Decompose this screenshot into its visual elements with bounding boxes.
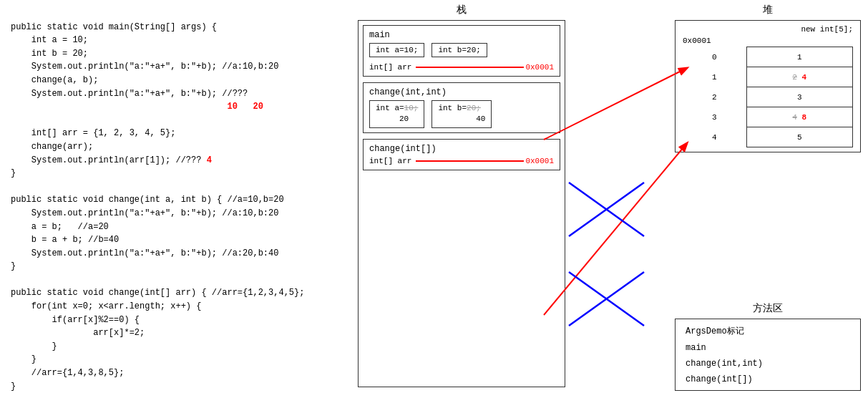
main-frame: main int a=10; int b=20; int[] arr 0x000… (363, 25, 560, 77)
change-var-b: int b=20; 40 (431, 100, 492, 128)
main-var-b: int b=20; (431, 43, 487, 57)
method-item-change-arr: change(int[]) (686, 374, 850, 384)
change-int-int-label: change(int,int) (369, 87, 554, 97)
change-int-int-frame: change(int,int) int a=10; 20 int b=20; 4… (363, 82, 560, 133)
code-panel: public static void main(String[] args) {… (0, 0, 343, 398)
main-frame-vars: int a=10; int b=20; (369, 43, 554, 57)
method-title: 方法区 (675, 302, 861, 315)
heap-row-0: 0 1 (683, 47, 853, 67)
heap-row-4: 4 5 (683, 127, 853, 147)
heap-val-0: 1 (746, 47, 852, 67)
code-line-6: System.out.println("a:"+a+", b:"+b); //?… (11, 89, 248, 99)
svg-line-0 (544, 68, 687, 140)
heap-row-3: 3 4 8 (683, 107, 853, 127)
heap-row-2: 2 3 (683, 87, 853, 107)
code-line-24: } (11, 341, 57, 351)
code-line-7 (11, 115, 16, 125)
code-line-16: b = a + b; //b=40 (11, 235, 119, 245)
svg-line-1 (544, 143, 687, 315)
heap-idx-0: 0 (683, 47, 746, 67)
change-arr-arrow: 0x0001 (416, 157, 554, 165)
main-arr-label: int[] arr (369, 63, 411, 72)
code-line-21: for(int x=0; x<arr.length; x++) { (11, 301, 201, 311)
heap-table: 0 1 1 2 4 2 3 3 4 8 4 5 (683, 47, 853, 147)
heap-val-3: 4 8 (746, 107, 852, 127)
heap-box: new int[5]; 0x0001 0 1 1 2 4 2 3 3 (675, 20, 861, 152)
code-line-12 (11, 182, 16, 192)
stack-title: 栈 (358, 4, 565, 16)
change-arr-label: int[] arr (369, 157, 411, 165)
heap-val-4: 5 (746, 127, 852, 147)
main-frame-label: main (369, 30, 554, 40)
svg-line-5 (569, 272, 644, 326)
heap-container: new int[5]; 0x0001 0 1 1 2 4 2 3 3 (675, 20, 861, 152)
heap-title: 堆 (675, 4, 861, 16)
change-int-int-vars: int a=10; 20 int b=20; 40 (369, 100, 554, 128)
method-item-class: ArgsDemo标记 (686, 325, 850, 337)
change-var-a: int a=10; 20 (369, 100, 424, 128)
heap-idx-3: 3 (683, 107, 746, 127)
method-item-change-int: change(int,int) (686, 359, 850, 369)
main-arr-arrow: 0x0001 (416, 63, 554, 72)
main-var-a: int a=10; (369, 43, 424, 57)
heap-idx-2: 2 (683, 87, 746, 107)
change-arr-row: int[] arr 0x0001 (369, 157, 554, 165)
method-item-main: main (686, 343, 850, 353)
code-line-23: arr[x]*=2; (11, 328, 145, 338)
code-line-11: } (11, 168, 16, 178)
heap-val-2: 3 (746, 87, 852, 107)
heap-row-1: 1 2 4 (683, 67, 853, 87)
code-line-22: if(arr[x]%2==0) { (11, 315, 140, 325)
change-int-arr-frame: change(int[]) int[] arr 0x0001 (363, 139, 560, 170)
code-line-25: } (11, 354, 36, 364)
main-arr-ptr: 0x0001 (525, 63, 554, 72)
heap-idx-1: 1 (683, 67, 746, 87)
svg-line-2 (569, 183, 644, 236)
main-arr-line (416, 67, 524, 68)
heap-addr-label: 0x0001 (683, 37, 853, 45)
code-line-19 (11, 275, 16, 285)
result-4: 4 (207, 155, 212, 165)
change-arr-line (416, 160, 524, 162)
method-area: 方法区 ArgsDemo标记 main change(int,int) chan… (675, 302, 861, 391)
svg-line-3 (569, 183, 644, 236)
svg-line-4 (569, 272, 644, 326)
code-line-8: int[] arr = {1, 2, 3, 4, 5}; (11, 128, 175, 138)
method-box: ArgsDemo标记 main change(int,int) change(i… (675, 319, 861, 391)
change-arr-ptr: 0x0001 (525, 157, 554, 165)
code-line-17: System.out.println("a:"+a+", b:"+b); //a… (11, 248, 278, 258)
diagram-area: 栈 main int a=10; int b=20; int[] arr 0x0… (343, 0, 868, 398)
heap-idx-4: 4 (683, 127, 746, 147)
code-line-26: //arr={1,4,3,8,5}; (11, 368, 124, 378)
code-line-20: public static void change(int[] arr) { /… (11, 288, 304, 298)
heap-code-label: new int[5]; (683, 25, 853, 34)
code-line-27: } (11, 382, 16, 392)
code-line-14: System.out.println("a:"+a+", b:"+b); //a… (11, 208, 278, 218)
code-line-10: System.out.println(arr[1]); //??? 4 (11, 155, 212, 165)
code-line-5: change(a, b); (11, 75, 98, 85)
change-int-arr-label: change(int[]) (369, 144, 554, 154)
code-line-6b: 10 20 (11, 102, 263, 112)
code-line-15: a = b; //a=20 (11, 222, 109, 232)
code-line-1: public static void main(String[] args) { (11, 22, 217, 32)
code-line-3: int b = 20; (11, 49, 88, 59)
code-line-2: int a = 10; (11, 35, 88, 45)
code-line-4: System.out.println("a:"+a+", b:"+b); //a… (11, 62, 278, 72)
code-line-18: } (11, 261, 16, 271)
main-arr-row: int[] arr 0x0001 (369, 63, 554, 72)
code-line-9: change(arr); (11, 142, 93, 152)
heap-val-1: 2 4 (746, 67, 852, 87)
code-line-13: public static void change(int a, int b) … (11, 195, 284, 205)
result-10-20: 10 20 (227, 102, 263, 112)
stack-container: main int a=10; int b=20; int[] arr 0x000… (358, 20, 565, 387)
